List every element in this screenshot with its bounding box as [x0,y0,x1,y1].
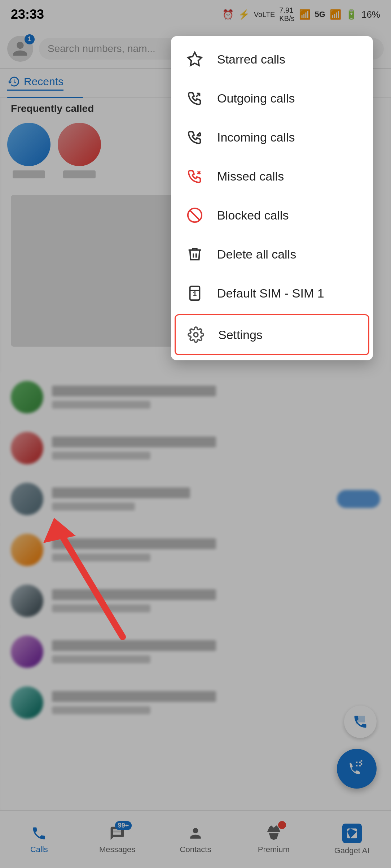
incoming-call-icon [185,128,204,147]
menu-item-starred-calls[interactable]: Starred calls [171,40,373,79]
menu-item-delete-all[interactable]: Delete all calls [171,235,373,274]
missed-calls-label: Missed calls [217,169,284,183]
gear-icon [186,325,205,344]
svg-text:1: 1 [193,290,197,298]
incoming-calls-label: Incoming calls [217,130,295,144]
default-sim-label: Default SIM - SIM 1 [217,286,324,300]
starred-calls-label: Starred calls [217,52,285,66]
menu-item-missed-calls[interactable]: Missed calls [171,157,373,196]
settings-label: Settings [218,328,263,342]
menu-item-default-sim[interactable]: 1 Default SIM - SIM 1 [171,274,373,313]
menu-item-incoming-calls[interactable]: Incoming calls [171,118,373,157]
outgoing-call-icon [185,89,204,108]
star-icon [185,50,204,69]
delete-icon [185,245,204,264]
menu-item-outgoing-calls[interactable]: Outgoing calls [171,79,373,118]
blocked-calls-label: Blocked calls [217,208,289,222]
outgoing-calls-label: Outgoing calls [217,91,295,105]
delete-all-calls-label: Delete all calls [217,247,296,261]
dropdown-menu: Starred calls Outgoing calls Incoming ca… [171,36,373,360]
svg-marker-0 [188,52,202,65]
blocked-icon [185,206,204,225]
menu-item-blocked-calls[interactable]: Blocked calls [171,196,373,235]
svg-point-5 [194,333,198,337]
menu-item-settings[interactable]: Settings [175,314,369,355]
sim-icon: 1 [185,284,204,303]
svg-line-2 [190,210,199,220]
missed-call-icon [185,167,204,186]
